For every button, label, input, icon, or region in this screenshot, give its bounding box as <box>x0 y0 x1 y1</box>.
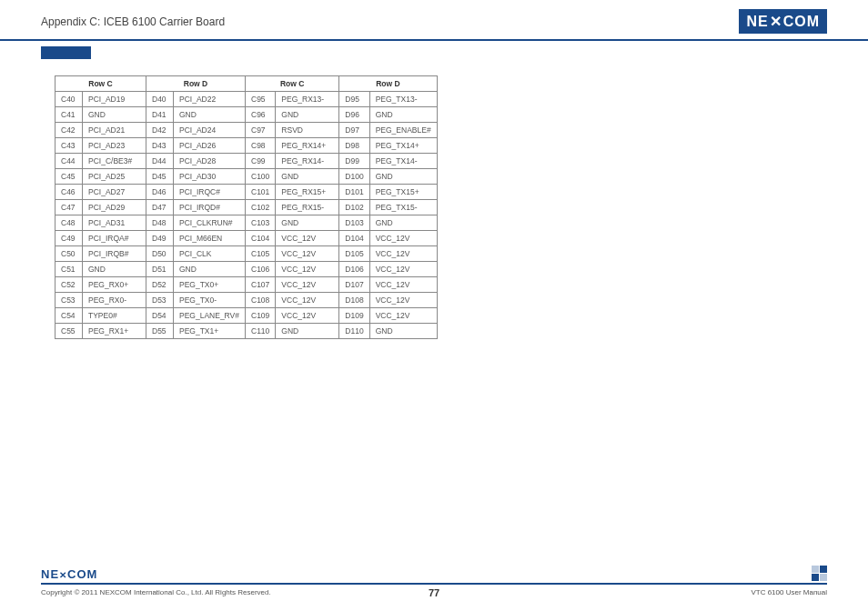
signal-cell: VCC_12V <box>369 231 437 246</box>
signal-cell: GND <box>83 107 146 123</box>
signal-cell: PCI_IRQB# <box>83 246 146 262</box>
pin-cell: D47 <box>146 200 174 215</box>
subheader-accent-bar <box>41 46 91 59</box>
logo-box: NE✕COM <box>739 9 827 34</box>
page-header: Appendix C: ICEB 6100 Carrier Board NE✕C… <box>0 0 868 41</box>
pin-cell: D46 <box>146 185 174 200</box>
signal-cell: GND <box>83 262 146 277</box>
signal-cell: PEG_TX14- <box>369 154 437 169</box>
pin-cell: C98 <box>246 138 276 154</box>
page-number: 77 <box>429 587 439 598</box>
pin-cell: D96 <box>339 107 369 123</box>
pin-cell: D51 <box>146 262 174 277</box>
signal-cell: PEG_TX15- <box>369 200 437 215</box>
pin-cell: D104 <box>339 231 369 246</box>
signal-cell: PCI_AD29 <box>83 200 146 215</box>
signal-cell: PEG_TX14+ <box>369 138 437 154</box>
signal-cell: PCI_AD25 <box>83 169 146 185</box>
signal-cell: PEG_TX0- <box>174 293 246 308</box>
pin-cell: C42 <box>56 123 83 138</box>
signal-cell: PEG_TX15+ <box>369 185 437 200</box>
signal-cell: PCI_AD31 <box>83 215 146 231</box>
signal-cell: TYPE0# <box>83 308 146 324</box>
signal-cell: PCI_AD26 <box>174 138 246 154</box>
signal-cell: VCC_12V <box>276 231 339 246</box>
signal-cell: VCC_12V <box>276 308 339 324</box>
table-row: C51GNDD51GNDC106VCC_12VD106VCC_12V <box>56 262 438 277</box>
signal-cell: PCI_CLKRUN# <box>174 215 246 231</box>
pin-cell: D110 <box>339 324 369 339</box>
pin-cell: D95 <box>339 92 369 107</box>
signal-cell: PCI_M66EN <box>174 231 246 246</box>
pin-cell: C55 <box>56 324 83 339</box>
pin-cell: C101 <box>246 185 276 200</box>
signal-cell: GND <box>174 107 246 123</box>
pin-cell: D108 <box>339 293 369 308</box>
table-header-row: Row C Row D Row C Row D <box>56 76 438 92</box>
pin-cell: C110 <box>246 324 276 339</box>
table-row: C48PCI_AD31D48PCI_CLKRUN#C103GNDD103GND <box>56 215 438 231</box>
pin-cell: C41 <box>56 107 83 123</box>
table-row: C45PCI_AD25D45PCI_AD30C100GNDD100GND <box>56 169 438 185</box>
pin-cell: D97 <box>339 123 369 138</box>
pin-cell: C46 <box>56 185 83 200</box>
manual-name: VTC 6100 User Manual <box>751 588 827 596</box>
pin-cell: D49 <box>146 231 174 246</box>
signal-cell: VCC_12V <box>276 293 339 308</box>
pin-cell: C108 <box>246 293 276 308</box>
pin-cell: C106 <box>246 262 276 277</box>
signal-cell: GND <box>369 107 437 123</box>
footer-logo-row: NE✕COM <box>41 566 827 581</box>
table-row: C50PCI_IRQB#D50PCI_CLKC105VCC_12VD105VCC… <box>56 246 438 262</box>
pin-cell: D55 <box>146 324 174 339</box>
signal-cell: VCC_12V <box>276 246 339 262</box>
signal-cell: PCI_AD24 <box>174 123 246 138</box>
pin-cell: D48 <box>146 215 174 231</box>
col-header: Row C <box>246 76 339 92</box>
signal-cell: PCI_IRQA# <box>83 231 146 246</box>
brand-logo: NE✕COM <box>739 9 827 34</box>
pin-cell: C48 <box>56 215 83 231</box>
pin-cell: C51 <box>56 262 83 277</box>
signal-cell: PEG_TX1+ <box>174 324 246 339</box>
signal-cell: PEG_LANE_RV# <box>174 308 246 324</box>
signal-cell: GND <box>369 169 437 185</box>
signal-cell: PEG_RX15- <box>276 200 339 215</box>
table-head: Row C Row D Row C Row D <box>56 76 438 92</box>
pin-cell: D40 <box>146 92 174 107</box>
table-row: C52PEG_RX0+D52PEG_TX0+C107VCC_12VD107VCC… <box>56 277 438 293</box>
table-row: C47PCI_AD29D47PCI_IRQD#C102PEG_RX15-D102… <box>56 200 438 215</box>
signal-cell: GND <box>276 169 339 185</box>
pin-cell: C44 <box>56 154 83 169</box>
signal-cell: PEG_RX14+ <box>276 138 339 154</box>
pin-cell: D52 <box>146 277 174 293</box>
signal-cell: GND <box>369 324 437 339</box>
pin-cell: D107 <box>339 277 369 293</box>
signal-cell: PCI_IRQC# <box>174 185 246 200</box>
signal-cell: PCI_AD21 <box>83 123 146 138</box>
table-row: C46PCI_AD27D46PCI_IRQC#C101PEG_RX15+D101… <box>56 185 438 200</box>
pin-cell: C43 <box>56 138 83 154</box>
pin-cell: D42 <box>146 123 174 138</box>
pin-cell: C102 <box>246 200 276 215</box>
pin-cell: C45 <box>56 169 83 185</box>
pin-cell: D45 <box>146 169 174 185</box>
signal-cell: VCC_12V <box>276 277 339 293</box>
signal-cell: VCC_12V <box>369 262 437 277</box>
signal-cell: PCI_AD27 <box>83 185 146 200</box>
table-body: C40PCI_AD19D40PCI_AD22C95PEG_RX13-D95PEG… <box>56 92 438 339</box>
signal-cell: PEG_RX14- <box>276 154 339 169</box>
pin-cell: C53 <box>56 293 83 308</box>
pin-cell: D53 <box>146 293 174 308</box>
signal-cell: VCC_12V <box>276 262 339 277</box>
footer-text-row: Copyright © 2011 NEXCOM International Co… <box>41 588 827 596</box>
col-header: Row C <box>56 76 146 92</box>
signal-cell: VCC_12V <box>369 246 437 262</box>
table-row: C53PEG_RX0-D53PEG_TX0-C108VCC_12VD108VCC… <box>56 293 438 308</box>
signal-cell: VCC_12V <box>369 277 437 293</box>
signal-cell: PEG_ENABLE# <box>369 123 437 138</box>
col-header: Row D <box>339 76 437 92</box>
signal-cell: GND <box>276 324 339 339</box>
signal-cell: PEG_RX1+ <box>83 324 146 339</box>
signal-cell: VCC_12V <box>369 293 437 308</box>
